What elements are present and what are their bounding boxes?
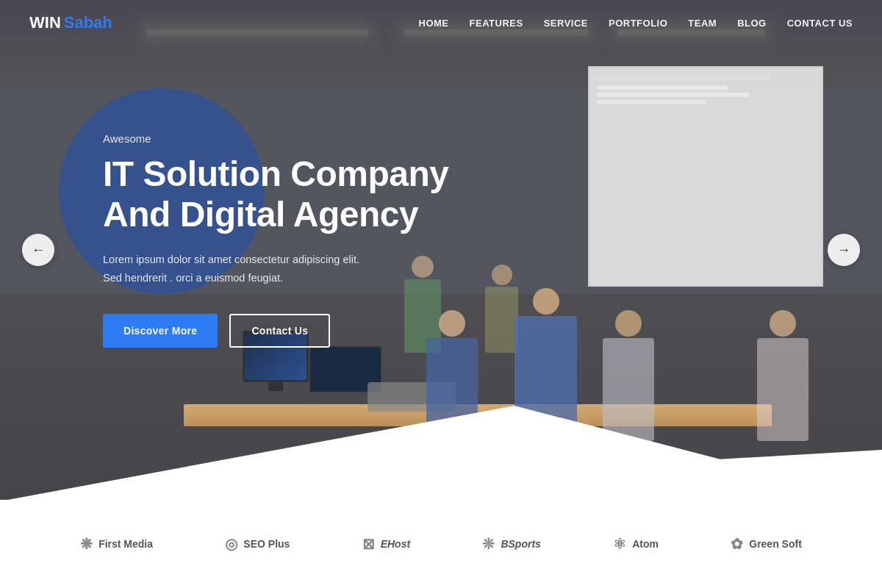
atom-icon: ⚛: [613, 535, 626, 553]
office-whiteboard: [588, 66, 823, 287]
hero-description: Lorem ipsum dolor sit amet consectetur a…: [103, 251, 397, 287]
nav-contact[interactable]: CONTACT US: [787, 18, 853, 29]
atom-name: Atom: [632, 538, 659, 550]
prev-slide-button[interactable]: ←: [22, 234, 54, 266]
next-slide-button[interactable]: →: [828, 234, 860, 266]
discover-more-button[interactable]: Discover More: [103, 314, 218, 348]
seo-plus-icon: ◎: [225, 535, 237, 553]
nav-blog[interactable]: BLOG: [737, 18, 767, 29]
seo-plus-name: SEO Plus: [243, 538, 290, 550]
brand-atom: ⚛ Atom: [613, 535, 659, 553]
nav-home[interactable]: HOME: [419, 18, 449, 29]
brand-ehost: ⊠ EHost: [362, 535, 410, 553]
ehost-icon: ⊠: [362, 535, 375, 553]
nav-portfolio[interactable]: PORTFOLIO: [609, 18, 667, 29]
diagonal-cut: [0, 398, 882, 500]
nav-service[interactable]: SERVICE: [544, 18, 588, 29]
hero-subtitle: Awesome: [103, 132, 514, 145]
logo: WIN Sabah: [29, 13, 112, 32]
contact-us-button[interactable]: Contact Us: [229, 314, 330, 348]
bsports-icon: ❊: [482, 535, 495, 553]
hero-buttons: Discover More Contact Us: [103, 314, 514, 348]
bsports-name: BSports: [501, 538, 540, 550]
hero-content: Awesome IT Solution Company And Digital …: [103, 132, 514, 348]
first-media-name: First Media: [98, 538, 153, 550]
green-soft-name: Green Soft: [749, 538, 802, 550]
hero-title: IT Solution Company And Digital Agency: [103, 154, 514, 234]
brand-green-soft: ✿ Green Soft: [731, 535, 802, 553]
logo-sabah: Sabah: [64, 13, 112, 32]
brand-seo-plus: ◎ SEO Plus: [225, 535, 290, 553]
brand-first-media: ❋ First Media: [80, 535, 153, 553]
hero-desc-line1: Lorem ipsum dolor sit amet consectetur a…: [103, 254, 359, 265]
main-nav: HOME FEATURES SERVICE PORTFOLIO TEAM BLO…: [419, 18, 853, 29]
first-media-icon: ❋: [80, 535, 93, 553]
logo-win: WIN: [29, 13, 61, 32]
header: WIN Sabah HOME FEATURES SERVICE PORTFOLI…: [0, 0, 882, 46]
nav-team[interactable]: TEAM: [688, 18, 717, 29]
hero-desc-line2: Sed hendrerit . orci a euismod feugiat.: [103, 272, 283, 284]
brands-section: ❋ First Media ◎ SEO Plus ⊠ EHost ❊ BSpor…: [0, 500, 882, 588]
svg-marker-1: [0, 406, 882, 500]
green-soft-icon: ✿: [731, 535, 743, 553]
ehost-name: EHost: [381, 538, 410, 550]
nav-features[interactable]: FEATURES: [470, 18, 523, 29]
hero-section: Awesome IT Solution Company And Digital …: [0, 0, 882, 500]
brand-bsports: ❊ BSports: [482, 535, 540, 553]
